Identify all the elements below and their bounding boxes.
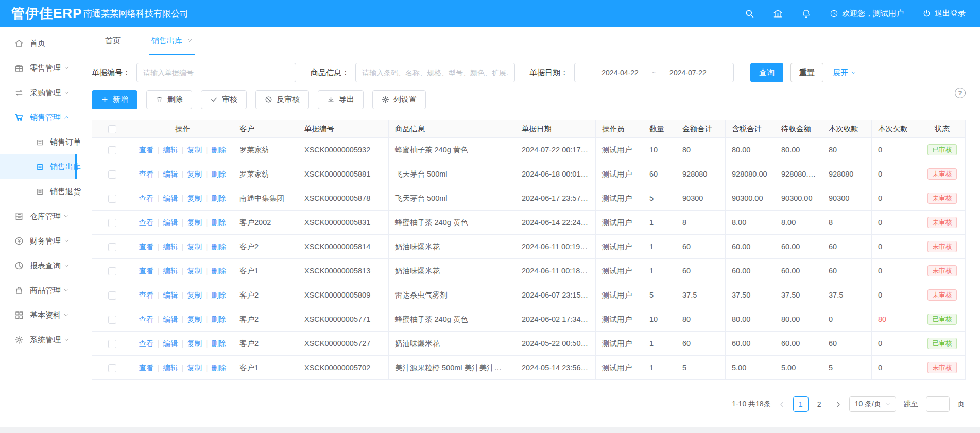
row-action-复制[interactable]: 复制 <box>187 170 202 178</box>
bank-icon[interactable] <box>773 9 783 19</box>
row-action-编辑[interactable]: 编辑 <box>163 243 178 251</box>
row-action-编辑[interactable]: 编辑 <box>163 363 178 372</box>
row-action-删除[interactable]: 删除 <box>211 146 226 154</box>
row-checkbox[interactable] <box>108 291 116 300</box>
search-icon[interactable] <box>745 9 754 19</box>
search-button[interactable]: 查询 <box>750 63 783 82</box>
row-action-查看[interactable]: 查看 <box>139 170 154 178</box>
row-checkbox[interactable] <box>108 243 116 251</box>
logout-button[interactable]: 退出登录 <box>922 9 966 19</box>
row-action-查看[interactable]: 查看 <box>139 194 154 202</box>
row-action-编辑[interactable]: 编辑 <box>163 170 178 178</box>
next-page-icon[interactable] <box>835 401 841 408</box>
horizontal-scrollbar[interactable] <box>0 427 980 433</box>
row-action-删除[interactable]: 删除 <box>211 218 226 227</box>
audit-button[interactable]: 审核 <box>201 90 247 109</box>
date-start[interactable]: 2024-04-22 <box>601 68 639 77</box>
status-badge: 已审核 <box>927 144 957 156</box>
sidebar-item-finance[interactable]: 财务管理 <box>0 229 77 253</box>
table-row: 查看|编辑|复制|删除客户2XSCK00000005809雷达杀虫气雾剂2024… <box>92 283 966 307</box>
row-checkbox[interactable] <box>108 364 116 372</box>
page-number-1[interactable]: 1 <box>793 396 809 412</box>
sidebar-item-product[interactable]: 商品管理 <box>0 278 77 303</box>
sidebar-item-retail[interactable]: 零售管理 <box>0 56 77 80</box>
export-button[interactable]: 导出 <box>318 90 364 109</box>
help-icon[interactable]: ? <box>955 88 966 98</box>
row-action-查看[interactable]: 查看 <box>139 339 154 348</box>
row-action-删除[interactable]: 删除 <box>211 315 226 323</box>
welcome-user[interactable]: 欢迎您，测试用户 <box>830 9 904 19</box>
row-action-复制[interactable]: 复制 <box>187 267 202 275</box>
row-action-查看[interactable]: 查看 <box>139 315 154 323</box>
columns-button[interactable]: 列设置 <box>372 90 426 109</box>
row-action-复制[interactable]: 复制 <box>187 339 202 348</box>
row-action-删除[interactable]: 删除 <box>211 291 226 299</box>
row-action-查看[interactable]: 查看 <box>139 267 154 275</box>
app-header: 管伊佳ERP 南通某某网络科技有限公司 欢迎您，测试用户 退出登录 <box>0 0 980 27</box>
sidebar-item-system[interactable]: 系统管理 <box>0 327 77 352</box>
product-input[interactable] <box>355 63 515 82</box>
jump-page-input[interactable] <box>926 396 950 412</box>
sidebar-item-purchase[interactable]: 采购管理 <box>0 80 77 105</box>
sidebar-subitem-sales-order[interactable]: 销售订单 <box>0 130 77 154</box>
date-end[interactable]: 2024-07-22 <box>669 68 707 77</box>
row-action-复制[interactable]: 复制 <box>187 194 202 202</box>
column-header: 待收金额 <box>775 120 822 138</box>
row-checkbox[interactable] <box>108 146 116 154</box>
row-action-编辑[interactable]: 编辑 <box>163 146 178 154</box>
close-icon[interactable] <box>187 38 193 44</box>
unaudit-button[interactable]: 反审核 <box>255 90 309 109</box>
row-action-编辑[interactable]: 编辑 <box>163 315 178 323</box>
row-action-查看[interactable]: 查看 <box>139 363 154 372</box>
row-action-删除[interactable]: 删除 <box>211 170 226 178</box>
reset-button[interactable]: 重置 <box>790 63 823 82</box>
row-checkbox[interactable] <box>108 219 116 227</box>
row-action-编辑[interactable]: 编辑 <box>163 267 178 275</box>
row-action-查看[interactable]: 查看 <box>139 291 154 299</box>
row-action-编辑[interactable]: 编辑 <box>163 291 178 299</box>
row-checkbox[interactable] <box>108 340 116 348</box>
sidebar-item-warehouse[interactable]: 仓库管理 <box>0 204 77 229</box>
bell-icon[interactable] <box>801 9 811 19</box>
row-action-复制[interactable]: 复制 <box>187 363 202 372</box>
page-size-select[interactable]: 10 条/页 <box>849 396 896 412</box>
sidebar-item-sales[interactable]: 销售管理 <box>0 105 77 130</box>
row-action-查看[interactable]: 查看 <box>139 218 154 227</box>
row-action-编辑[interactable]: 编辑 <box>163 194 178 202</box>
row-action-删除[interactable]: 删除 <box>211 243 226 251</box>
add-button[interactable]: 新增 <box>92 90 137 109</box>
sidebar-item-basic[interactable]: 基本资料 <box>0 303 77 327</box>
row-action-查看[interactable]: 查看 <box>139 146 154 154</box>
expand-link[interactable]: 展开 <box>833 68 857 78</box>
row-action-复制[interactable]: 复制 <box>187 315 202 323</box>
row-checkbox[interactable] <box>108 316 116 324</box>
row-action-删除[interactable]: 删除 <box>211 267 226 275</box>
sidebar-subitem-sales-outbound[interactable]: 销售出库 <box>0 154 77 179</box>
row-action-删除[interactable]: 删除 <box>211 339 226 348</box>
row-action-复制[interactable]: 复制 <box>187 218 202 227</box>
tab-home[interactable]: 首页 <box>105 27 121 55</box>
row-action-编辑[interactable]: 编辑 <box>163 218 178 227</box>
row-action-复制[interactable]: 复制 <box>187 291 202 299</box>
row-checkbox[interactable] <box>108 267 116 275</box>
date-range-picker[interactable]: 2024-04-22 ~ 2024-07-22 <box>574 63 734 82</box>
bill-no-input[interactable] <box>136 63 296 82</box>
row-checkbox[interactable] <box>108 170 116 179</box>
prev-page-icon[interactable] <box>779 401 785 408</box>
delete-button[interactable]: 删除 <box>146 90 192 109</box>
row-action-删除[interactable]: 删除 <box>211 363 226 372</box>
actions-cell: 查看|编辑|复制|删除 <box>132 186 233 211</box>
row-checkbox[interactable] <box>108 195 116 203</box>
sidebar-item-report[interactable]: 报表查询 <box>0 253 77 278</box>
tab-sales-outbound[interactable]: 销售出库 <box>151 27 193 55</box>
row-action-查看[interactable]: 查看 <box>139 243 154 251</box>
select-all-checkbox[interactable] <box>108 125 116 133</box>
qty-cell: 1 <box>643 235 676 259</box>
sidebar-item-home[interactable]: 首页 <box>0 31 77 56</box>
row-action-复制[interactable]: 复制 <box>187 146 202 154</box>
row-action-编辑[interactable]: 编辑 <box>163 339 178 348</box>
sidebar-subitem-sales-return[interactable]: 销售退货 <box>0 179 77 204</box>
row-action-复制[interactable]: 复制 <box>187 243 202 251</box>
page-number-2[interactable]: 2 <box>812 396 827 412</box>
row-action-删除[interactable]: 删除 <box>211 194 226 202</box>
